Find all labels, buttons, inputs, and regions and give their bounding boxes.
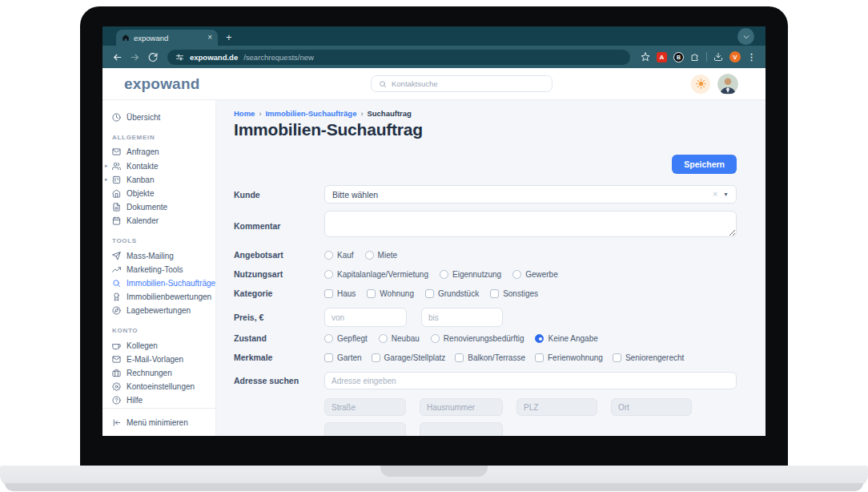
checkbox-sonstiges[interactable]: Sonstiges [490, 289, 538, 298]
pdf-extension-icon[interactable]: A [657, 52, 667, 63]
browser-profile-badge[interactable]: V [729, 51, 741, 63]
checkbox-icon[interactable] [613, 353, 621, 362]
merkmale-label: Merkmale [234, 353, 324, 362]
clear-selection-icon[interactable]: × [713, 190, 717, 199]
checkbox-icon[interactable] [455, 353, 464, 362]
radio-icon[interactable] [379, 334, 388, 343]
sidebar-item-dokumente[interactable]: Dokumente [102, 200, 215, 214]
extensions-puzzle-icon[interactable] [690, 52, 700, 62]
extension-b-icon[interactable]: B [673, 52, 684, 63]
sidebar-item-anfragen[interactable]: Anfragen [102, 145, 215, 159]
theme-toggle-button[interactable] [691, 75, 710, 94]
user-avatar[interactable] [717, 74, 738, 95]
sidebar-item-lagebewertungen[interactable]: Lagebewertungen [102, 304, 215, 317]
new-tab-button[interactable]: + [226, 31, 232, 43]
expand-caret-icon[interactable]: ▸ [105, 163, 108, 169]
radio-icon[interactable] [440, 270, 448, 279]
sidebar-item-rechnungen[interactable]: Rechnungen [102, 366, 215, 380]
checkbox-icon[interactable] [372, 353, 380, 362]
checkbox-wohnung[interactable]: Wohnung [367, 289, 414, 298]
checkbox-icon[interactable] [490, 289, 499, 298]
checkbox-garten[interactable]: Garten [324, 353, 362, 362]
back-icon[interactable] [112, 52, 123, 63]
radio-keine-angabe-selected[interactable]: Keine Angabe [535, 334, 597, 343]
reload-icon[interactable] [147, 52, 158, 63]
users-icon [112, 162, 121, 171]
radio-kauf[interactable]: Kauf [324, 251, 354, 260]
checkbox-icon[interactable] [425, 289, 434, 298]
checkbox-grundstueck[interactable]: Grundstück [425, 289, 479, 298]
sidebar-item-mass-mailing[interactable]: Mass-Mailing [102, 248, 215, 262]
url-domain: expowand.de [190, 53, 238, 62]
nutzungsart-group: Kapitalanlage/Vermietung Eigennutzung Ge… [324, 270, 737, 279]
plz-input [516, 398, 597, 416]
sidebar-item-immobilien-suchauftraege[interactable]: Immobilien-Suchaufträge [102, 276, 215, 290]
breadcrumb-home-link[interactable]: Home [234, 109, 255, 118]
checkbox-balkon[interactable]: Balkon/Terrasse [455, 353, 525, 362]
preis-von-input[interactable] [324, 308, 407, 327]
forward-icon[interactable] [130, 52, 140, 63]
bookmark-star-icon[interactable] [641, 52, 650, 62]
downloads-icon[interactable] [713, 52, 723, 62]
window-chevron-button[interactable] [737, 28, 754, 45]
radio-gewerbe[interactable]: Gewerbe [512, 270, 558, 279]
sidebar-item-email-vorlagen[interactable]: E-Mail-Vorlagen [102, 353, 215, 366]
sidebar-item-kollegen[interactable]: Kollegen [102, 338, 215, 352]
radio-eigennutzung[interactable]: Eigennutzung [440, 270, 501, 279]
contact-search[interactable] [371, 75, 553, 92]
url-bar[interactable]: expowand.de/searchrequests/new [167, 50, 630, 65]
checkbox-haus[interactable]: Haus [324, 289, 356, 298]
sidebar-item-objekte[interactable]: Objekte [102, 187, 215, 200]
checkbox-garage[interactable]: Garage/Stellplatz [372, 353, 446, 362]
app-logo[interactable]: expowand [124, 75, 200, 93]
save-button[interactable]: Speichern [672, 155, 737, 174]
expand-caret-icon[interactable]: ▸ [105, 176, 108, 183]
radio-renovierungsbeduerftig[interactable]: Renovierungsbedürftig [431, 334, 524, 343]
document-icon [112, 203, 121, 212]
radio-gepflegt[interactable]: Gepflegt [324, 334, 368, 343]
kommentar-textarea[interactable] [324, 211, 737, 237]
sidebar-section-tools: TOOLS [112, 237, 215, 244]
radio-icon[interactable] [431, 334, 440, 343]
radio-neubau[interactable]: Neubau [379, 334, 420, 343]
checkbox-icon[interactable] [535, 353, 544, 362]
sidebar-minimize-button[interactable]: Menü minimieren [102, 416, 215, 430]
sidebar-item-kanban[interactable]: ▸ Kanban [102, 173, 215, 187]
radio-icon[interactable] [365, 251, 374, 260]
sidebar-item-hilfe[interactable]: Hilfe [102, 393, 215, 407]
search-icon [379, 80, 387, 88]
sidebar-item-kontoeinstellungen[interactable]: Kontoeinstellungen [102, 380, 215, 393]
site-settings-icon[interactable] [175, 53, 184, 62]
checkbox-icon[interactable] [367, 289, 376, 298]
kunde-label: Kunde [234, 190, 324, 200]
radio-icon[interactable] [324, 251, 333, 260]
sidebar-item-kalender[interactable]: Kalender [102, 214, 215, 228]
radio-icon[interactable] [512, 270, 521, 279]
checkbox-icon[interactable] [324, 289, 333, 298]
checkbox-seniorengerecht[interactable]: Seniorengerecht [613, 353, 684, 362]
sidebar-item-marketing-tools[interactable]: Marketing-Tools [102, 263, 215, 276]
checkbox-icon[interactable] [324, 353, 333, 362]
breadcrumb-list-link[interactable]: Immobilien-Suchaufträge [265, 109, 356, 118]
browser-tab[interactable]: expowand × [116, 30, 218, 46]
favicon-home-icon [122, 34, 130, 42]
preis-bis-input[interactable] [421, 308, 503, 327]
tab-close-icon[interactable]: × [207, 34, 212, 42]
sidebar-item-immobilienbewertungen[interactable]: Immobilienbewertungen [102, 290, 215, 304]
sidebar-item-kontakte[interactable]: ▸ Kontakte [102, 159, 215, 172]
browser-menu-icon[interactable]: ⋮ [747, 52, 756, 63]
select-caret-icon: ▼ [723, 192, 729, 197]
radio-checked-icon[interactable] [535, 334, 544, 343]
search-input[interactable] [392, 79, 545, 88]
radio-kapitalanlage[interactable]: Kapitalanlage/Vermietung [324, 270, 428, 279]
checkbox-ferienwohnung[interactable]: Ferienwohnung [535, 353, 603, 362]
calendar-icon [112, 216, 121, 225]
sidebar-item-uebersicht[interactable]: Übersicht [102, 111, 215, 124]
radio-miete[interactable]: Miete [365, 251, 397, 260]
radio-icon[interactable] [324, 270, 333, 279]
radio-icon[interactable] [324, 334, 333, 343]
home-icon [112, 189, 121, 198]
kunde-select[interactable]: Bitte wählen × ▼ [324, 185, 737, 204]
adresse-input[interactable] [324, 372, 737, 389]
address-extra-input [324, 422, 406, 436]
